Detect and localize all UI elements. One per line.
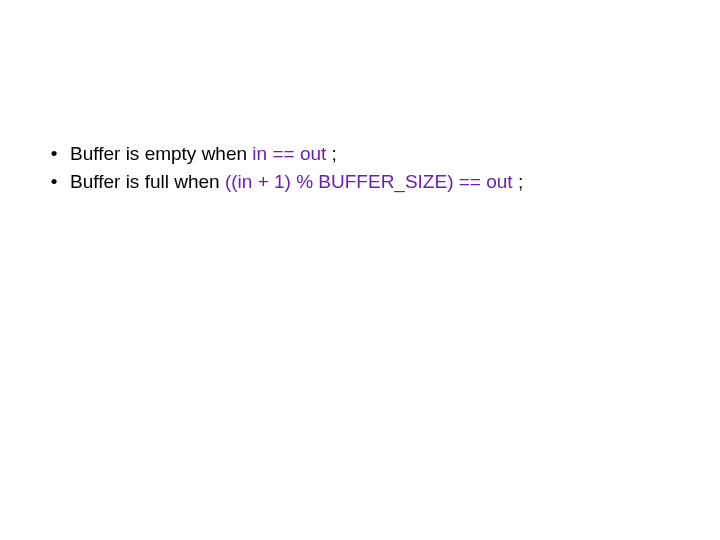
text-fragment: in == out <box>252 143 331 164</box>
text-fragment: Buffer is full when <box>70 171 225 192</box>
list-item: • Buffer is empty when in == out ; <box>42 140 720 168</box>
text-fragment: ; <box>518 171 523 192</box>
text-fragment: ; <box>332 143 337 164</box>
bullet-icon: • <box>42 168 66 196</box>
bullet-list: • Buffer is empty when in == out ; • Buf… <box>42 140 720 195</box>
list-item: • Buffer is full when ((in + 1) % BUFFER… <box>42 168 720 196</box>
list-item-text: Buffer is empty when in == out ; <box>70 140 337 168</box>
text-fragment: Buffer is empty when <box>70 143 252 164</box>
list-item-text: Buffer is full when ((in + 1) % BUFFER_S… <box>70 168 523 196</box>
text-fragment: ((in + 1) % BUFFER_SIZE) == out <box>225 171 518 192</box>
bullet-icon: • <box>42 140 66 168</box>
slide: • Buffer is empty when in == out ; • Buf… <box>0 0 720 540</box>
